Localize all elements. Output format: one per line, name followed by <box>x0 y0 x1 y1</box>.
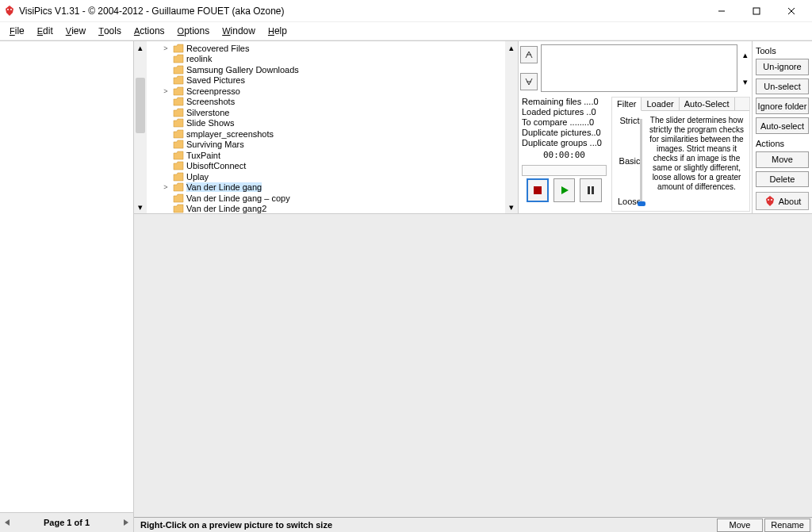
page-next-button[interactable] <box>121 517 132 528</box>
maximize-button[interactable] <box>739 0 774 22</box>
add-folder-button[interactable] <box>520 46 538 63</box>
menubar: File Edit View Tools Actions Options Win… <box>0 22 812 40</box>
remove-folder-button[interactable] <box>520 73 538 90</box>
menu-edit[interactable]: Edit <box>31 24 59 38</box>
svg-point-0 <box>7 9 9 10</box>
preview-area[interactable] <box>134 214 812 517</box>
folder-tree-pane: ▴ ▾ >Recovered FilesreolinkSamsung Galle… <box>134 41 518 213</box>
slider-handle[interactable] <box>638 201 645 206</box>
stat-compare: To compare ........0 <box>522 117 607 128</box>
tab-loader[interactable]: Loader <box>642 98 679 110</box>
svg-point-1 <box>10 9 12 10</box>
tree-item-label: TuxPaint <box>186 151 220 160</box>
status-hint: Right-Click on a preview picture to swit… <box>134 520 717 530</box>
tree-scrollbar-right[interactable]: ▴ ▾ <box>505 41 518 213</box>
menu-options[interactable]: Options <box>171 24 216 38</box>
tree-item-label: Van der Linde gang <box>186 182 262 192</box>
scroll-down-icon[interactable]: ▾ <box>505 201 518 213</box>
tree-item[interactable]: >Van der Linde gang <box>147 182 505 193</box>
tree-item-label: Uplay <box>186 172 209 182</box>
slider-label-strict: Strict <box>619 116 639 125</box>
tree-item[interactable]: Saved Pictures <box>147 75 505 86</box>
tree-item-label: Screenpresso <box>186 86 240 96</box>
about-logo-icon <box>764 195 776 208</box>
menu-window[interactable]: Window <box>216 24 262 38</box>
tree-item[interactable]: UbisoftConnect <box>147 161 505 172</box>
tree-item[interactable]: Silverstone <box>147 107 505 118</box>
tree-item[interactable]: Samsung Gallery Downloads <box>147 64 505 75</box>
tree-item[interactable]: Van der Linde gang2 <box>147 204 505 214</box>
tree-scrollbar[interactable]: ▴ ▾ <box>134 41 147 213</box>
svg-rect-10 <box>588 186 590 194</box>
expander-icon[interactable]: > <box>161 87 170 95</box>
tree-item[interactable]: Surviving Mars <box>147 140 505 151</box>
delete-button[interactable]: Delete <box>756 171 809 188</box>
controls-pane: ▴ ▾ Remaining files ....0 Loaded picture… <box>518 41 752 213</box>
scroll-down-icon[interactable]: ▾ <box>134 201 147 213</box>
slider-label-basic: Basic <box>619 156 641 166</box>
svg-rect-8 <box>534 186 542 194</box>
stat-remaining: Remaining files ....0 <box>522 97 607 107</box>
dropdown-up-icon[interactable]: ▴ <box>743 50 748 60</box>
tab-filter[interactable]: Filter <box>612 98 642 111</box>
stat-timer: 00:00:00 <box>522 150 607 160</box>
play-button[interactable] <box>553 178 576 202</box>
stat-loaded: Loaded pictures ..0 <box>522 107 607 117</box>
tree-item[interactable]: reolink <box>147 54 505 65</box>
about-button[interactable]: About <box>756 192 809 210</box>
unselect-button[interactable]: Un-select <box>756 78 809 95</box>
menu-view[interactable]: View <box>59 24 92 38</box>
filter-description: The slider determines how strictly the p… <box>645 113 748 209</box>
svg-marker-7 <box>124 519 128 526</box>
menu-file[interactable]: File <box>3 24 31 38</box>
tree-item-label: Samsung Gallery Downloads <box>186 65 299 75</box>
tree-item[interactable]: Screenshots <box>147 97 505 108</box>
strictness-slider[interactable]: Strict Basic Loose <box>614 113 645 209</box>
menu-help[interactable]: Help <box>262 24 293 38</box>
tree-item[interactable]: >Screenpresso <box>147 86 505 97</box>
tree-item[interactable]: Slide Shows <box>147 118 505 129</box>
statusbar: Right-Click on a preview picture to swit… <box>134 517 812 532</box>
tree-item-label: reolink <box>186 54 212 63</box>
close-button[interactable] <box>774 0 809 22</box>
status-rename-button[interactable]: Rename <box>764 519 810 532</box>
tree-item[interactable]: >Recovered Files <box>147 43 505 54</box>
stop-button[interactable] <box>527 178 549 202</box>
pager-bar: Page 1 of 1 <box>0 512 133 532</box>
tree-item-label: UbisoftConnect <box>186 161 246 170</box>
scroll-up-icon[interactable]: ▴ <box>505 41 518 54</box>
page-prev-button[interactable] <box>2 517 13 528</box>
pause-button[interactable] <box>580 178 602 202</box>
tree-item-label: Silverstone <box>186 108 229 117</box>
menu-tools[interactable]: Tools <box>92 24 128 38</box>
tree-item[interactable]: TuxPaint <box>147 150 505 161</box>
tab-autoselect[interactable]: Auto-Select <box>680 98 735 110</box>
svg-point-13 <box>771 199 772 201</box>
move-button[interactable]: Move <box>756 151 809 168</box>
tree-item[interactable]: smplayer_screenshots <box>147 128 505 140</box>
svg-point-12 <box>768 199 769 201</box>
tree-item-label: Saved Pictures <box>186 75 245 85</box>
menu-actions[interactable]: Actions <box>128 24 171 38</box>
filter-panel: Filter Loader Auto-Select Strict Basic L… <box>611 97 750 212</box>
dropdown-down-icon[interactable]: ▾ <box>743 77 748 87</box>
svg-rect-11 <box>592 186 594 194</box>
about-label: About <box>779 197 802 206</box>
thumbnails-pane: Page 1 of 1 <box>0 41 134 532</box>
svg-rect-3 <box>753 8 760 14</box>
expander-icon[interactable]: > <box>161 44 170 52</box>
tree-item-label: Recovered Files <box>186 44 249 53</box>
ignore-folder-button[interactable]: Ignore folder <box>756 98 809 114</box>
minimize-button[interactable] <box>704 0 739 22</box>
tree-item[interactable]: Uplay <box>147 171 505 182</box>
scroll-up-icon[interactable]: ▴ <box>134 41 147 54</box>
unignore-button[interactable]: Un-ignore <box>756 59 809 75</box>
folder-tree[interactable]: >Recovered FilesreolinkSamsung Gallery D… <box>147 41 505 213</box>
status-move-button[interactable]: Move <box>717 519 763 532</box>
titlebar: VisiPics V1.31 - © 2004-2012 - Guillaume… <box>0 0 812 22</box>
tree-item-label: Screenshots <box>186 97 235 106</box>
expander-icon[interactable]: > <box>161 183 170 191</box>
actions-heading: Actions <box>756 139 809 148</box>
autoselect-button[interactable]: Auto-select <box>756 117 809 134</box>
tree-item[interactable]: Van der Linde gang – copy <box>147 193 505 204</box>
